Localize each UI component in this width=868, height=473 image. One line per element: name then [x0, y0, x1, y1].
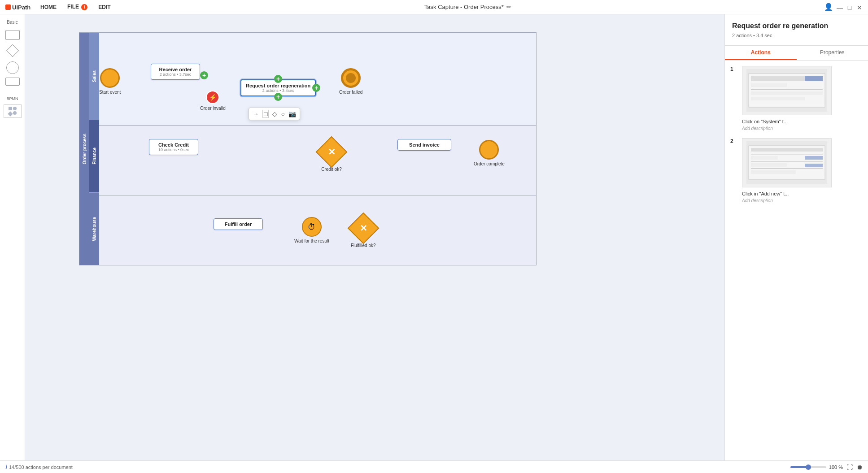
nav-home[interactable]: HOME [39, 2, 57, 12]
record-button[interactable]: ⏺ [856, 464, 863, 471]
toolbar-rect-icon[interactable]: □ [262, 110, 269, 118]
svg-rect-32 [751, 156, 778, 160]
warehouse-label: Warehouse [92, 217, 97, 241]
bpmn-palette[interactable] [4, 104, 22, 118]
zoom-slider[interactable] [790, 466, 826, 468]
credit-ok-node[interactable]: ✕ Credit ok? [320, 141, 343, 172]
diamond-shape [6, 44, 18, 57]
wait-result-label: Wait for the result [294, 239, 329, 243]
actions-count: 14/500 actions per document [9, 464, 73, 470]
right-panel-header: Request order re generation 2 actions • … [725, 14, 868, 46]
credit-ok-gateway: ✕ [316, 136, 348, 168]
nav-file[interactable]: FILE i [66, 2, 88, 12]
svg-rect-27 [751, 97, 805, 100]
add-bottom-btn[interactable]: + [274, 93, 282, 101]
svg-text:UiPath: UiPath [12, 4, 31, 11]
action-1-thumbnail[interactable] [742, 66, 832, 115]
fulfilled-ok-gateway: ✕ [347, 213, 379, 244]
close-button[interactable]: ✕ [856, 4, 863, 10]
receive-order-name: Receive order [156, 67, 195, 72]
receive-order-meta: 2 actions • 3.7sec [156, 72, 195, 77]
status-left: ℹ 14/500 actions per document [5, 464, 73, 470]
tab-actions[interactable]: Actions [725, 46, 797, 60]
order-failed-inner [346, 73, 356, 83]
pool-label-text: Order process [82, 134, 87, 164]
warehouse-lane-label: Warehouse [89, 193, 99, 265]
action-1-subdesc: Add description [742, 126, 863, 131]
wait-result-node[interactable]: ⏱ Wait for the result [294, 217, 329, 243]
fulfill-order-node[interactable]: Fulfill order [214, 218, 263, 230]
toolbar-arrow-icon[interactable]: → [253, 110, 259, 117]
send-invoice-node[interactable]: Send invoice [397, 139, 451, 151]
gateway-x-icon: ✕ [328, 147, 336, 157]
request-regen-node[interactable]: Request order regeneration 2 actions • 3… [240, 79, 316, 96]
basic-label: Basic [7, 20, 17, 25]
svg-rect-26 [751, 91, 823, 95]
user-icon[interactable]: 👤 [824, 3, 833, 11]
svg-rect-35 [751, 168, 823, 169]
svg-rect-38 [805, 164, 823, 167]
minimize-button[interactable]: — [837, 4, 843, 10]
svg-rect-30 [751, 148, 823, 152]
action-item-1: 1 Click on "System" t... [730, 66, 863, 131]
lane-labels: Sales Finance Warehouse [89, 33, 99, 265]
send-invoice-name: Send invoice [402, 142, 446, 148]
check-credit-name: Check Credit [154, 142, 193, 148]
right-panel-tabs: Actions Properties [725, 46, 868, 61]
right-panel: Request order re generation 2 actions • … [724, 14, 868, 473]
window-controls: 👤 — □ ✕ [824, 3, 863, 11]
action-2-thumbnail[interactable] [742, 138, 832, 187]
timer-icon: ⏱ [308, 222, 316, 232]
finance-lane-content [99, 126, 536, 195]
nav-menu: HOME FILE i EDIT [39, 2, 112, 12]
canvas-area[interactable]: No No Yes Yes [25, 14, 724, 473]
receive-order-node[interactable]: Receive order 2 actions • 3.7sec [151, 64, 200, 80]
uipath-logo: UiPath [5, 3, 32, 12]
action-item-2: 2 [730, 138, 863, 203]
svg-rect-34 [751, 163, 787, 167]
pool-label: Order process [79, 33, 89, 265]
order-failed-label: Order failed [339, 90, 362, 95]
order-invalid-badge: ⚡ [206, 91, 219, 104]
fulfilled-ok-node[interactable]: ✕ Fiulfilled ok? [351, 217, 376, 248]
finance-label: Finance [92, 148, 97, 165]
svg-rect-36 [751, 170, 796, 174]
svg-rect-28 [805, 76, 823, 81]
right-panel-content: 1 Click on "System" t... [725, 61, 868, 473]
tab-properties[interactable]: Properties [797, 46, 868, 60]
add-top-btn[interactable]: + [274, 75, 282, 83]
nav-edit[interactable]: EDIT [97, 2, 111, 12]
error-icon: ⚡ [209, 94, 217, 101]
main-layout: Basic BPMN [0, 14, 868, 473]
title-bar: UiPath HOME FILE i EDIT Task Capture - O… [0, 0, 868, 14]
toolbar-diamond-icon[interactable]: ◇ [272, 110, 277, 117]
left-sidebar: Basic BPMN [0, 14, 25, 473]
fullscreen-button[interactable]: ⛶ [846, 464, 853, 471]
title-bar-left: UiPath HOME FILE i EDIT [5, 2, 112, 12]
order-failed-node[interactable]: Order failed [339, 68, 362, 95]
order-invalid-label: Order invalid [200, 106, 226, 111]
thick-rect-shape[interactable] [5, 78, 20, 86]
circle-shape[interactable] [6, 61, 19, 74]
add-right-btn[interactable]: + [312, 84, 320, 92]
order-complete-node[interactable]: Order complete [474, 140, 505, 166]
start-event-node[interactable]: Start event [99, 68, 121, 95]
sales-lane-label: Sales [89, 33, 99, 120]
toolbar-circle-icon[interactable]: ○ [281, 110, 284, 117]
edit-title-icon[interactable]: ✏ [506, 4, 511, 10]
fulfill-order-name: Fulfill order [218, 221, 258, 227]
svg-rect-33 [751, 161, 823, 162]
order-invalid-node[interactable]: ⚡ Order invalid [200, 91, 226, 111]
maximize-button[interactable]: □ [846, 4, 853, 10]
check-credit-node[interactable]: Check Credit 10 actions • 0sec [149, 139, 198, 155]
toolbar-camera-icon[interactable]: 📷 [288, 110, 296, 117]
action-num-2: 2 [730, 138, 737, 144]
diamond-shape-container[interactable] [5, 43, 20, 58]
rectangle-shape[interactable] [5, 30, 20, 40]
order-complete-label: Order complete [474, 161, 505, 166]
document-title-area: Task Capture - Order Process* ✏ [424, 4, 511, 10]
svg-rect-24 [751, 83, 787, 87]
request-regen-name: Request order regeneration [246, 83, 310, 88]
add-receive-order-btn[interactable]: + [200, 71, 208, 79]
action-num-1: 1 [730, 66, 737, 72]
